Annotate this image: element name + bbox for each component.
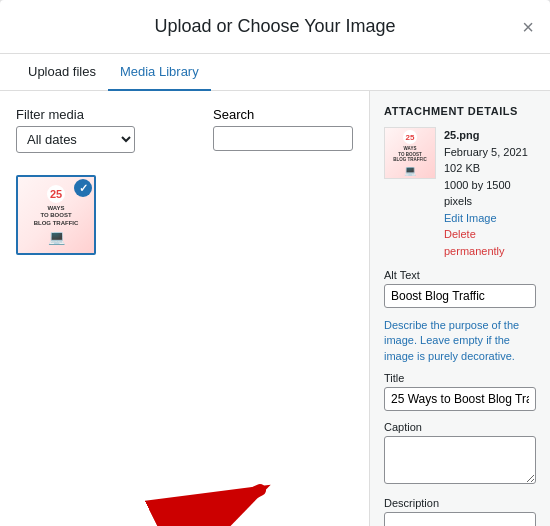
attachment-details-label: ATTACHMENT DETAILS (384, 105, 536, 117)
right-panel: ATTACHMENT DETAILS 25 WAYSTO BOOSTBLOG T… (370, 91, 550, 526)
thumb-number: 25 (47, 185, 65, 203)
media-item-selected[interactable]: 25 WAYSTO BOOSTBLOG TRAFFIC 💻 ✓ (16, 175, 96, 255)
title-input[interactable] (384, 387, 536, 411)
filter-label: Filter media (16, 107, 135, 122)
alt-text-group: Alt Text (384, 269, 536, 308)
attachment-filename: 25.png (444, 129, 479, 141)
attach-thumb-number: 25 (403, 130, 417, 144)
title-label: Title (384, 372, 536, 384)
attachment-thumbnail: 25 WAYSTO BOOSTBLOG TRAFFIC 💻 (384, 127, 436, 179)
alt-text-label: Alt Text (384, 269, 536, 281)
search-label: Search (213, 107, 353, 122)
tab-upload[interactable]: Upload files (16, 54, 108, 91)
laptop-icon: 💻 (48, 229, 65, 245)
left-panel: Filter media All dates February 2021 Jan… (0, 91, 370, 526)
caption-textarea[interactable] (384, 436, 536, 484)
close-button[interactable]: × (522, 17, 534, 37)
selected-checkmark: ✓ (74, 179, 92, 197)
attachment-info: 25.png February 5, 2021 102 KB 1000 by 1… (444, 127, 536, 259)
caption-group: Caption (384, 421, 536, 487)
search-input[interactable] (213, 126, 353, 151)
attach-thumb-text: WAYSTO BOOSTBLOG TRAFFIC (393, 146, 427, 162)
filter-search-row: Filter media All dates February 2021 Jan… (16, 107, 353, 163)
modal-body: Filter media All dates February 2021 Jan… (0, 91, 550, 526)
delete-permanently-link[interactable]: Delete permanently (444, 226, 536, 259)
filter-section: Filter media All dates February 2021 Jan… (16, 107, 135, 153)
alt-text-input[interactable] (384, 284, 536, 308)
description-group: Description (384, 497, 536, 526)
attachment-dimensions: 1000 by 1500 pixels (444, 179, 511, 208)
thumb-text-line1: WAYSTO BOOSTBLOG TRAFFIC (34, 205, 79, 227)
attachment-size: 102 KB (444, 162, 480, 174)
describe-purpose-link[interactable]: Describe the purpose of the image. Leave… (384, 318, 536, 364)
caption-label: Caption (384, 421, 536, 433)
description-label: Description (384, 497, 536, 509)
arrow-indicator (80, 470, 280, 526)
attachment-preview: 25 WAYSTO BOOSTBLOG TRAFFIC 💻 25.png Feb… (384, 127, 536, 259)
attach-laptop-icon: 💻 (404, 165, 416, 176)
attachment-date: February 5, 2021 (444, 146, 528, 158)
modal-title: Upload or Choose Your Image (154, 16, 395, 37)
description-textarea[interactable] (384, 512, 536, 526)
date-filter-select[interactable]: All dates February 2021 January 2021 (16, 126, 135, 153)
modal-tabs: Upload files Media Library (0, 54, 550, 91)
title-group: Title (384, 372, 536, 411)
media-grid: 25 WAYSTO BOOSTBLOG TRAFFIC 💻 ✓ (16, 175, 353, 255)
modal-header: Upload or Choose Your Image × (0, 0, 550, 54)
search-section: Search (213, 107, 353, 151)
edit-image-link[interactable]: Edit Image (444, 210, 536, 227)
tab-media-library[interactable]: Media Library (108, 54, 211, 91)
upload-modal: Upload or Choose Your Image × Upload fil… (0, 0, 550, 526)
